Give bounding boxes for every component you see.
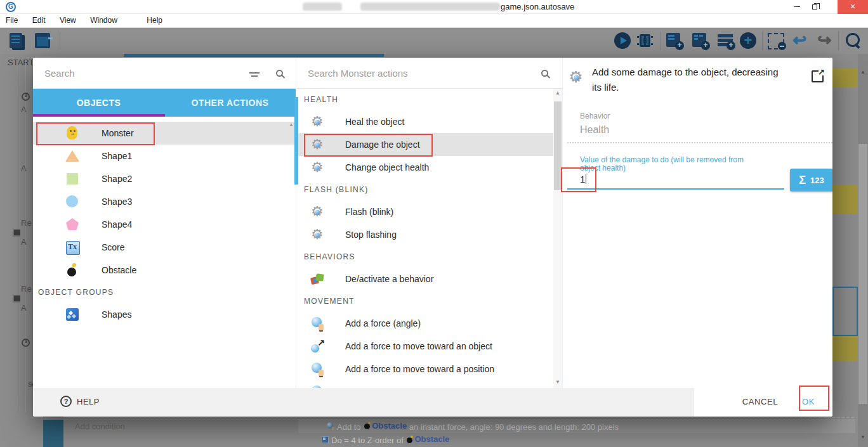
title-bar: G game.json.autosave × (0, 0, 868, 14)
section-header: MOVEMENT (296, 290, 563, 312)
action-list-item[interactable]: Add a force (296, 380, 563, 388)
action-list-item[interactable]: De/activate a behavior (296, 268, 563, 290)
undo-icon[interactable]: ↩ (789, 32, 810, 50)
close-button[interactable]: × (838, 0, 868, 14)
object-list-item[interactable]: Shape2 (33, 167, 296, 190)
object-list-item[interactable]: Shape1 (33, 145, 296, 167)
action-list-item[interactable]: Add a force to move toward an object (296, 335, 563, 358)
event-action-row: Add to Obstacle an instant force, angle:… (298, 419, 855, 433)
play-icon[interactable] (613, 32, 633, 50)
object-icon (65, 217, 80, 232)
minimize-button[interactable] (788, 0, 806, 14)
scroll-up-icon[interactable]: ▲ (553, 90, 562, 96)
redo-icon[interactable]: ↪ (814, 32, 834, 50)
event-partial-label: A (21, 237, 27, 247)
object-list-item[interactable]: Monster (33, 122, 296, 145)
object-list-item[interactable]: Shape4 (33, 213, 296, 236)
action-label: Add a force (angle) (345, 318, 421, 328)
filter-icon[interactable] (249, 72, 260, 74)
scroll-down-icon[interactable]: ▼ (858, 434, 868, 440)
scrollbar-thumb[interactable] (858, 144, 867, 404)
object-label: Obstacle (102, 265, 136, 275)
main-scrollbar[interactable]: ▲ ▼ (858, 54, 868, 447)
add-new-event-icon[interactable] (739, 32, 759, 50)
active-tab-indicator (33, 114, 165, 117)
expression-button-label: 123 (810, 176, 824, 185)
sigma-icon: Σ (799, 174, 806, 187)
open-in-new-icon[interactable] (812, 70, 824, 82)
redacted-title-segment (303, 3, 342, 11)
object-list-item[interactable]: Shapes (33, 303, 296, 326)
menu-help[interactable]: Help (141, 14, 168, 27)
annotation-box-ok (799, 385, 829, 411)
action-list-item[interactable]: Flash (blink) (296, 200, 563, 223)
search-events-icon[interactable] (843, 32, 864, 50)
damage-value-label: Value of the damage to do (will be remov… (580, 156, 746, 172)
action-list-item[interactable]: Change object health (296, 156, 563, 179)
event-partial-label: A (21, 303, 27, 313)
event-partial-label: Re (21, 284, 32, 294)
object-list-item[interactable]: Score (33, 236, 296, 259)
tab-objects[interactable]: OBJECTS (33, 89, 164, 117)
scene-tab-label: START (8, 58, 34, 67)
object-list-item[interactable]: Obstacle (33, 259, 296, 282)
object-reference: Obstacle (405, 434, 449, 444)
project-manager-icon[interactable] (8, 32, 28, 50)
menu-window[interactable]: Window (84, 14, 123, 27)
cancel-button[interactable]: CANCEL (742, 397, 778, 406)
section-header: BEHAVIORS (296, 246, 563, 268)
add-event-icon[interactable]: + (664, 32, 685, 50)
action-list-item[interactable]: Damage the object (296, 133, 563, 156)
action-list-item[interactable]: Stop flashing (296, 223, 563, 246)
menu-view[interactable]: View (54, 14, 82, 27)
z-order-icon (322, 436, 329, 443)
actions-list: HEALTH Heal the object Damage the object… (296, 89, 563, 388)
help-button[interactable]: ? HELP (60, 396, 100, 407)
search-icon (541, 70, 548, 77)
actions-search-input[interactable] (308, 68, 541, 79)
menu-file[interactable]: File (0, 14, 23, 27)
add-subevent-icon[interactable]: + (690, 32, 711, 50)
action-label: Damage the object (345, 139, 420, 150)
debug-icon[interactable] (635, 32, 655, 50)
add-comment-icon[interactable]: + (716, 32, 736, 50)
menu-bar: File Edit View Window Help (0, 14, 868, 28)
scroll-down-icon[interactable]: ▼ (553, 379, 562, 385)
annotation-box-value (561, 167, 596, 192)
expression-editor-button[interactable]: Σ 123 (790, 169, 832, 191)
objects-search-input[interactable] (44, 68, 249, 79)
object-label: Monster (102, 128, 134, 138)
bomb-icon (364, 422, 371, 429)
scrollbar-thumb-blue[interactable] (294, 97, 298, 185)
comment-tag-right (832, 185, 858, 214)
object-icon (65, 148, 80, 164)
event-text: an instant force, angle: 90 degrees and … (407, 422, 619, 431)
action-icon (310, 361, 326, 377)
event-text: Add to (337, 422, 363, 431)
search-icon (276, 70, 283, 77)
object-label: Shapes (102, 309, 131, 320)
section-header: FLASH (BLINK) (296, 179, 563, 200)
action-list-item[interactable]: Heal the object (296, 110, 563, 133)
action-label: Add a force to move toward an object (345, 341, 492, 351)
help-label: HELP (77, 397, 100, 406)
scroll-up-icon[interactable]: ▲ (858, 69, 868, 75)
restore-button[interactable] (806, 0, 824, 14)
object-list-item[interactable]: Shape3 (33, 190, 296, 213)
action-icon (310, 137, 326, 152)
event-text: Do (331, 436, 344, 445)
dialog-footer: ? HELP CANCEL OK (33, 388, 832, 417)
menu-edit[interactable]: Edit (27, 14, 51, 27)
tab-bar: OBJECTS OTHER ACTIONS (33, 89, 296, 117)
section-header: HEALTH (296, 89, 563, 110)
scene-editor-icon[interactable] (33, 32, 53, 50)
actions-scrollbar[interactable]: ▲ ▼ (553, 89, 562, 388)
action-list-item[interactable]: Add a force to move toward a position (296, 358, 563, 380)
action-description: Add some damage to the object, decreasin… (592, 65, 789, 95)
action-list-item[interactable]: Add a force (angle) (296, 312, 563, 335)
action-icon (310, 271, 326, 287)
remove-event-icon[interactable] (766, 32, 786, 50)
behavior-field-label: Behavior (580, 112, 610, 120)
action-label: Change object health (345, 162, 429, 172)
tab-other-actions[interactable]: OTHER ACTIONS (164, 89, 296, 117)
